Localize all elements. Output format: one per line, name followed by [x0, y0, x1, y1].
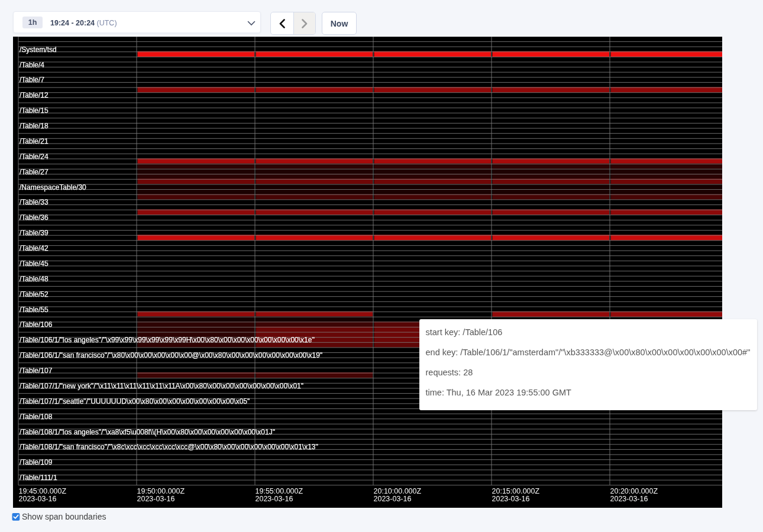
svg-text:/Table/21: /Table/21 [20, 137, 49, 145]
svg-text:/Table/33: /Table/33 [20, 198, 49, 206]
svg-text:2023-03-16: 2023-03-16 [256, 495, 293, 503]
svg-text:/Table/15: /Table/15 [20, 106, 49, 115]
svg-text:2023-03-16: 2023-03-16 [610, 495, 648, 503]
svg-text:/Table/36: /Table/36 [20, 213, 49, 222]
svg-text:/Table/18: /Table/18 [20, 122, 49, 130]
svg-text:/Table/107/1/"seattle"/"UUUUUU: /Table/107/1/"seattle"/"UUUUUUD\x00\x80\… [20, 397, 250, 406]
svg-text:/Table/48: /Table/48 [20, 275, 49, 283]
svg-text:19:45:00.000Z: 19:45:00.000Z [19, 487, 67, 495]
svg-text:/Table/27: /Table/27 [20, 168, 49, 176]
svg-text:/Table/24: /Table/24 [20, 153, 49, 161]
svg-text:/Table/111/1: /Table/111/1 [20, 473, 57, 482]
svg-text:/NamespaceTable/30: /NamespaceTable/30 [20, 183, 86, 192]
svg-text:2023-03-16: 2023-03-16 [492, 495, 530, 503]
svg-text:/Table/52: /Table/52 [20, 290, 49, 299]
svg-text:/Table/108/1/"san francisco"/": /Table/108/1/"san francisco"/"\x8c\xcc\x… [20, 443, 318, 451]
svg-text:/Table/106/1/"los angeles"/"\x: /Table/106/1/"los angeles"/"\x99\x99\x99… [20, 336, 315, 344]
svg-text:2023-03-16: 2023-03-16 [137, 495, 175, 503]
svg-text:/Table/45: /Table/45 [20, 259, 49, 268]
svg-text:20:10:00.000Z: 20:10:00.000Z [374, 487, 422, 495]
svg-text:/Table/39: /Table/39 [20, 229, 49, 237]
svg-text:/Table/42: /Table/42 [20, 244, 49, 252]
svg-text:/Table/109: /Table/109 [20, 458, 53, 466]
svg-text:/Table/106/1/"san francisco"/": /Table/106/1/"san francisco"/"\x80\x00\x… [20, 351, 322, 359]
svg-text:/Table/108: /Table/108 [20, 413, 53, 421]
svg-text:/Table/55: /Table/55 [20, 306, 49, 314]
svg-text:/Table/108/1/"los angeles"/"\x: /Table/108/1/"los angeles"/"\xa8\xf5\u00… [20, 428, 275, 436]
svg-text:/Table/7: /Table/7 [20, 76, 44, 84]
svg-text:19:55:00.000Z: 19:55:00.000Z [256, 487, 303, 495]
svg-text:/System/tsd: /System/tsd [20, 46, 57, 54]
svg-text:20:20:00.000Z: 20:20:00.000Z [610, 487, 658, 495]
svg-text:/Table/106: /Table/106 [20, 320, 53, 329]
svg-text:2023-03-16: 2023-03-16 [19, 495, 57, 503]
svg-text:/Table/12: /Table/12 [20, 91, 49, 99]
svg-text:/Table/4: /Table/4 [20, 61, 44, 69]
svg-text:/Table/107/1/"new york"/"\x11\: /Table/107/1/"new york"/"\x11\x11\x11\x1… [20, 382, 303, 390]
svg-text:2023-03-16: 2023-03-16 [374, 495, 412, 503]
svg-text:20:15:00.000Z: 20:15:00.000Z [492, 487, 540, 495]
svg-text:19:50:00.000Z: 19:50:00.000Z [137, 487, 185, 495]
svg-text:/Table/107: /Table/107 [20, 366, 53, 375]
